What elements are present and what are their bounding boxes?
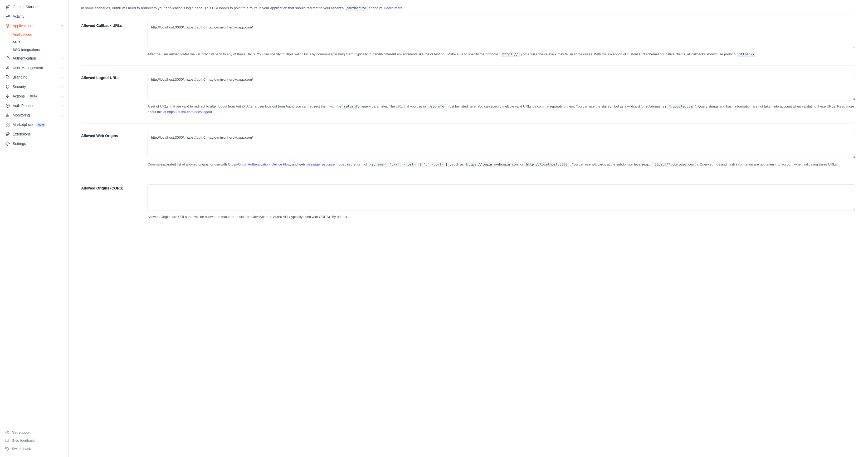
allowed-logout-urls-section: Allowed Logout URLs A set of URLs that a… [81, 66, 855, 124]
sidebar-item-getting-started[interactable]: Getting Started [0, 2, 68, 11]
sidebar-sub-item-sso[interactable]: SSO Integrations [0, 46, 68, 54]
logout-docs-link[interactable]: https://auth0.com/docs/logout [167, 110, 212, 114]
sidebar-bottom-label: Get support [12, 430, 31, 434]
sidebar-item-label: User Management [13, 66, 43, 70]
sidebar-item-label: Authentication [13, 56, 36, 60]
svg-rect-12 [8, 125, 9, 126]
sidebar-item-marketplace[interactable]: Marketplace NEW [0, 120, 68, 129]
sidebar-bottom-give-feedback[interactable]: Give feedback [0, 436, 68, 445]
allowed-web-origins-label: Allowed Web Origins [81, 133, 139, 138]
chevron-right-icon: › [62, 95, 63, 98]
sidebar-item-label: Settings [13, 142, 26, 146]
settings-icon [5, 141, 10, 146]
allowed-origins-cors-section: Allowed Origins (CORS) Allowed Origins a… [81, 176, 855, 228]
arrow-right-circle-icon [5, 103, 10, 108]
allowed-callback-urls-help: After the user authenticates we will onl… [148, 52, 855, 57]
svg-rect-10 [6, 123, 7, 124]
bar-chart-icon [5, 113, 10, 118]
sidebar-item-label: Getting Started [13, 5, 37, 9]
allowed-logout-urls-help: A set of URLs that are valid to redirect… [148, 104, 855, 115]
rocket-icon [5, 4, 10, 9]
allowed-origins-cors-help: Allowed Origins are URLs that will be al… [148, 214, 855, 220]
svg-marker-0 [6, 24, 9, 26]
new-badge: NEW [36, 123, 45, 127]
main-content: In some scenarios, Auth0 will need to re… [68, 0, 868, 457]
sidebar-sub-applications: Applications APIs SSO Integrations [0, 31, 68, 54]
svg-rect-13 [6, 125, 7, 126]
chevron-right-icon: › [62, 104, 63, 107]
web-message-link[interactable]: web message response mode [299, 162, 344, 166]
sidebar-item-label: Extensions [13, 132, 31, 136]
svg-rect-11 [8, 123, 9, 124]
chevron-right-icon: › [62, 66, 63, 69]
beta-badge: BETA [28, 94, 38, 98]
sidebar-sub-item-applications[interactable]: Applications [0, 31, 68, 38]
sidebar-item-authentication[interactable]: Authentication › [0, 54, 68, 63]
allowed-origins-cors-input[interactable] [148, 184, 855, 211]
allowed-web-origins-input[interactable] [148, 132, 855, 158]
rotate-ccw-icon [5, 447, 9, 451]
sidebar: Getting Started Activity Applications [0, 0, 68, 457]
allowed-web-origins-help: Comma-separated list of allowed origins … [148, 162, 855, 167]
chevron-right-icon: › [62, 57, 63, 60]
shield-icon [5, 84, 10, 89]
chevron-down-icon: ▾ [61, 24, 63, 28]
sidebar-item-label: Auth Pipeline [13, 103, 34, 108]
sidebar-bottom-get-support[interactable]: Get support [0, 428, 68, 436]
sidebar-bottom-switch-back[interactable]: Switch back [0, 445, 68, 453]
trending-up-icon [5, 14, 10, 19]
sidebar-item-label: Actions [13, 94, 25, 98]
tag-icon [5, 75, 10, 80]
layers-icon [5, 24, 10, 28]
sidebar-item-activity[interactable]: Activity [0, 11, 68, 21]
sidebar-item-auth-pipeline[interactable]: Auth Pipeline › [0, 101, 68, 111]
message-circle-icon [5, 438, 9, 443]
puzzle-icon [5, 132, 10, 136]
learn-more-link[interactable]: Learn more [384, 6, 402, 10]
sidebar-item-label: Branding [13, 75, 27, 79]
zap-icon [5, 94, 10, 98]
sidebar-item-actions[interactable]: Actions BETA › [0, 91, 68, 101]
sidebar-bottom-label: Give feedback [12, 438, 34, 443]
allowed-logout-urls-input[interactable] [148, 74, 855, 100]
sidebar-item-user-management[interactable]: User Management › [0, 63, 68, 72]
allowed-callback-urls-input[interactable] [148, 22, 855, 48]
sidebar-item-applications[interactable]: Applications ▾ [0, 21, 68, 31]
allowed-callback-urls-label: Allowed Callback URLs [81, 24, 139, 28]
sidebar-bottom-label: Switch back [12, 447, 31, 451]
help-circle-icon [5, 430, 9, 434]
svg-point-2 [7, 66, 8, 67]
device-flow-link[interactable]: Device Flow [271, 162, 290, 166]
chevron-right-icon: › [62, 114, 63, 117]
svg-rect-1 [6, 58, 9, 60]
svg-marker-4 [6, 94, 9, 98]
allowed-origins-cors-label: Allowed Origins (CORS) [81, 186, 139, 190]
sidebar-bottom: Get support Give feedback Switch back [0, 425, 68, 453]
sidebar-item-extensions[interactable]: Extensions [0, 129, 68, 139]
lock-icon [5, 56, 10, 61]
sidebar-item-label: Applications [13, 24, 33, 28]
chevron-right-icon: › [62, 75, 63, 79]
sidebar-item-settings[interactable]: Settings [0, 139, 68, 148]
grid-icon [5, 122, 10, 127]
chevron-right-icon: › [62, 85, 63, 88]
allowed-logout-urls-label: Allowed Logout URLs [81, 75, 139, 80]
sidebar-item-monitoring[interactable]: Monitoring › [0, 111, 68, 120]
sidebar-sub-item-apis[interactable]: APIs [0, 38, 68, 46]
sidebar-item-label: Security [13, 85, 26, 89]
user-icon [5, 65, 10, 70]
sidebar-item-label: Marketplace [13, 123, 33, 127]
sidebar-item-branding[interactable]: Branding › [0, 72, 68, 82]
sidebar-item-security[interactable]: Security › [0, 82, 68, 91]
sidebar-item-label: Activity [13, 14, 24, 19]
cross-origin-auth-link[interactable]: Cross-Origin Authentication [228, 162, 270, 166]
sidebar-nav: Getting Started Activity Applications [0, 0, 68, 151]
allowed-web-origins-section: Allowed Web Origins Comma-separated list… [81, 124, 855, 176]
allowed-callback-urls-section: Allowed Callback URLs After the user aut… [81, 13, 855, 66]
top-intro-text: In some scenarios, Auth0 will need to re… [81, 0, 855, 13]
sidebar-item-label: Monitoring [13, 113, 30, 117]
svg-point-16 [7, 143, 8, 144]
